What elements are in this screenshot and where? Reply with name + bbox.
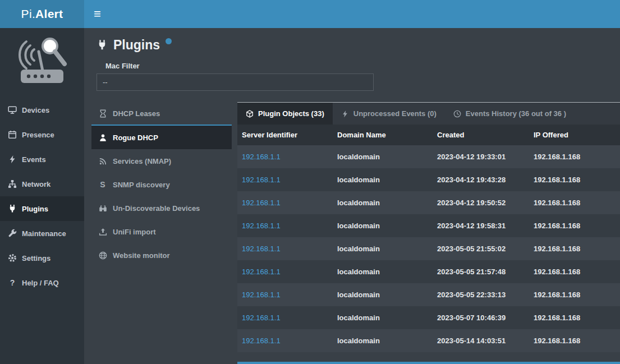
plugin-item-services-nmap[interactable]: Services (NMAP) (91, 149, 232, 173)
table-row: 192.168.1.1 localdomain 2023-05-07 10:46… (237, 306, 620, 329)
column-header-domain-name[interactable]: Domain Name (333, 125, 433, 145)
sidebar-item-network[interactable]: Network (0, 172, 84, 196)
topnav: ≡ (84, 0, 620, 28)
domain-name-cell: localdomain (333, 191, 433, 214)
domain-name-cell: localdomain (333, 168, 433, 191)
brand-bold: Alert (35, 7, 63, 21)
sidebar-item-maintenance[interactable]: Maintenance (0, 221, 84, 246)
app-logo (0, 28, 84, 98)
page-title-text: Plugins (113, 38, 160, 53)
server-identifier-link[interactable]: 192.168.1.1 (237, 283, 333, 306)
domain-name-cell: localdomain (333, 214, 433, 237)
tab-events-history[interactable]: Events History (36 out of 36 ) (445, 103, 575, 125)
settings-icon (8, 254, 17, 262)
rogue-user-icon (98, 133, 107, 142)
table-row: 192.168.1.1 localdomain 2023-05-14 14:03… (237, 329, 620, 352)
plugin-item-rogue-dhcp[interactable]: Rogue DHCP (91, 126, 232, 149)
sidebar-item-label: Devices (22, 106, 49, 114)
tab-unprocessed-events[interactable]: Unprocessed Events (0) (333, 103, 445, 125)
created-cell: 2023-04-12 19:50:52 (433, 191, 529, 214)
ip-offered-cell: 192.168.1.168 (529, 168, 620, 191)
cube-icon (246, 110, 254, 118)
server-identifier-link[interactable]: 192.168.1.1 (237, 329, 333, 352)
plugin-objects-table: Server Identifier Domain Name Created IP… (237, 125, 620, 352)
sidebar-item-settings[interactable]: Settings (0, 246, 84, 270)
column-header-created[interactable]: Created (433, 125, 529, 145)
globe-icon (98, 251, 107, 260)
mac-filter-input[interactable] (97, 73, 374, 91)
created-cell: 2023-04-12 19:43:28 (433, 168, 529, 191)
table-row: 192.168.1.1 localdomain 2023-05-05 21:57… (237, 260, 620, 283)
s-letter-icon: S (98, 180, 107, 189)
presence-icon (8, 130, 17, 139)
created-cell: 2023-05-05 21:55:02 (433, 237, 529, 260)
plugin-item-unifi-import[interactable]: UniFi import (91, 220, 232, 243)
tab-plugin-objects[interactable]: Plugin Objects (33) (237, 103, 333, 125)
sidebar-item-presence[interactable]: Presence (0, 122, 84, 147)
sidebar-item-events[interactable]: Events (0, 147, 84, 172)
plugin-item-snmp-discovery[interactable]: S SNMP discovery (91, 173, 232, 196)
server-identifier-link[interactable]: 192.168.1.1 (237, 191, 333, 214)
tab-label: Events History (36 out of 36 ) (466, 109, 566, 118)
table-row: 192.168.1.1 localdomain 2023-04-12 19:58… (237, 214, 620, 237)
tab-bar: Plugin Objects (33) Unprocessed Events (… (237, 102, 620, 125)
devices-icon (8, 105, 17, 114)
router-magnifier-logo-icon (13, 37, 71, 87)
ip-offered-cell: 192.168.1.168 (529, 191, 620, 214)
domain-name-cell: localdomain (333, 306, 433, 329)
ip-offered-cell: 192.168.1.168 (529, 306, 620, 329)
sidebar-item-plugins[interactable]: Plugins (0, 196, 84, 221)
help-icon: ? (8, 278, 17, 287)
created-cell: 2023-05-14 14:03:51 (433, 329, 529, 352)
created-cell: 2023-05-05 21:57:48 (433, 260, 529, 283)
created-cell: 2023-04-12 19:58:31 (433, 214, 529, 237)
bolt-icon (341, 110, 349, 118)
ip-offered-cell: 192.168.1.168 (529, 260, 620, 283)
brand-logo[interactable]: Pi.Alert (0, 0, 84, 28)
sidebar-item-label: Presence (22, 131, 54, 139)
plugin-objects-table-wrap: Server Identifier Domain Name Created IP… (237, 125, 620, 362)
sidebar-item-devices[interactable]: Devices (0, 98, 84, 122)
sidebar-item-label: Help / FAQ (22, 279, 59, 287)
clock-icon (453, 110, 461, 118)
domain-name-cell: localdomain (333, 329, 433, 352)
upload-icon (98, 227, 107, 236)
plugin-item-label: Services (NMAP) (113, 157, 171, 165)
server-identifier-link[interactable]: 192.168.1.1 (237, 168, 333, 191)
plug-icon (97, 39, 108, 53)
app-window: Pi.Alert ≡ (0, 0, 620, 364)
table-header-row: Server Identifier Domain Name Created IP… (237, 125, 620, 145)
sidebar-item-help[interactable]: ? Help / FAQ (0, 270, 84, 295)
plugin-item-label: DHCP Leases (113, 109, 160, 118)
sidebar-item-label: Settings (22, 254, 50, 262)
sidebar: Devices Presence Events Network Plugins (0, 28, 84, 364)
brand-prefix: Pi. (21, 7, 35, 21)
ip-offered-cell: 192.168.1.168 (529, 214, 620, 237)
domain-name-cell: localdomain (333, 260, 433, 283)
hamburger-icon[interactable]: ≡ (94, 8, 101, 20)
server-identifier-link[interactable]: 192.168.1.1 (237, 145, 333, 168)
server-identifier-link[interactable]: 192.168.1.1 (237, 214, 333, 237)
ip-offered-cell: 192.168.1.168 (529, 145, 620, 168)
plugin-item-dhcp-leases[interactable]: DHCP Leases (91, 102, 232, 126)
events-icon (8, 155, 17, 164)
server-identifier-link[interactable]: 192.168.1.1 (237, 260, 333, 283)
plugins-icon (8, 204, 17, 213)
server-identifier-link[interactable]: 192.168.1.1 (237, 237, 333, 260)
server-identifier-link[interactable]: 192.168.1.1 (237, 306, 333, 329)
binoculars-icon (98, 204, 107, 213)
created-cell: 2023-05-07 10:46:39 (433, 306, 529, 329)
plugin-item-label: Un-Discoverable Devices (113, 204, 200, 213)
maintenance-icon (8, 229, 17, 238)
column-header-ip-offered[interactable]: IP Offered (529, 125, 620, 145)
ip-offered-cell: 192.168.1.168 (529, 329, 620, 352)
column-header-server-identifier[interactable]: Server Identifier (237, 125, 333, 145)
sidebar-item-label: Network (22, 180, 50, 188)
plugin-item-undiscoverable-devices[interactable]: Un-Discoverable Devices (91, 196, 232, 220)
table-row: 192.168.1.1 localdomain 2023-04-12 19:33… (237, 145, 620, 168)
plugin-item-website-monitor[interactable]: Website monitor (91, 243, 232, 267)
page-title: Plugins (84, 28, 620, 53)
plugin-detail-card: Plugin Objects (33) Unprocessed Events (… (237, 102, 620, 364)
tab-label: Unprocessed Events (0) (353, 109, 437, 118)
topbar: Pi.Alert ≡ (0, 0, 620, 28)
